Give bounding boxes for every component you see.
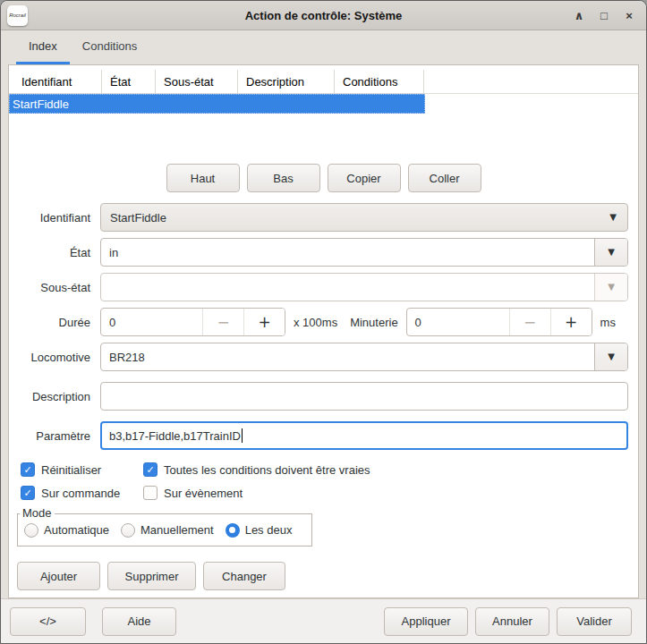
sous-etat-row: Sous-état ▼ <box>9 273 638 301</box>
window-title: Action de contrôle: Système <box>1 9 646 22</box>
etat-row: État in ▼ <box>9 238 638 267</box>
maximize-icon[interactable]: □ <box>593 4 615 26</box>
toutes-conditions-checkbox[interactable]: ✓ Toutes les conditions doivent être vra… <box>143 462 370 477</box>
duree-unit-label: x 100ms <box>294 316 337 329</box>
table-row[interactable]: StartFiddle <box>9 94 425 114</box>
apply-button[interactable]: Appliquer <box>384 607 468 636</box>
etat-input[interactable]: in <box>101 239 594 266</box>
parametre-value: b3,b17-Fiddle,b17TrainID <box>109 429 241 443</box>
identifiant-combobox[interactable]: StartFiddle ▼ <box>100 203 628 232</box>
locomotive-input[interactable]: BR218 <box>101 343 594 370</box>
parametre-row: Paramètre b3,b17-Fiddle,b17TrainID <box>9 421 638 450</box>
etat-dropdown-button[interactable]: ▼ <box>594 239 627 266</box>
minuterie-input[interactable]: 0 <box>407 309 509 335</box>
radio-off-icon[interactable] <box>24 523 38 538</box>
copy-button[interactable]: Copier <box>328 164 401 192</box>
column-header-sous-etat[interactable]: Sous-état <box>156 70 238 93</box>
plus-icon[interactable]: + <box>550 309 592 335</box>
titlebar[interactable]: Rocrail Action de contrôle: Système ∧ □ … <box>1 1 646 30</box>
sous-etat-dropdown-button[interactable]: ▼ <box>594 274 627 301</box>
radio-manuellement-label: Manuellement <box>140 523 214 537</box>
record-buttons: Ajouter Supprimer Changer <box>17 562 638 590</box>
checkbox-unchecked-icon[interactable] <box>143 486 157 500</box>
logo-text: Rocrail <box>9 13 26 18</box>
radio-automatique[interactable]: Automatique <box>24 523 109 538</box>
change-button[interactable]: Changer <box>203 562 285 590</box>
delete-button[interactable]: Supprimer <box>107 562 196 590</box>
mode-legend: Mode <box>20 506 55 520</box>
tab-index[interactable]: Index <box>16 30 70 64</box>
window-controls: ∧ □ × <box>568 4 640 26</box>
column-header-identifiant[interactable]: Identifiant <box>9 70 102 93</box>
sur-evenement-checkbox[interactable]: Sur évènement <box>143 486 243 500</box>
action-form: Identifiant StartFiddle ▼ État in <box>9 203 638 450</box>
sous-etat-label: Sous-état <box>9 281 100 294</box>
etat-combobox[interactable]: in ▼ <box>100 238 628 267</box>
minimize-icon[interactable]: ∧ <box>568 4 590 26</box>
sur-commande-label: Sur commande <box>41 487 120 500</box>
add-button[interactable]: Ajouter <box>17 562 100 590</box>
checkbox-checked-icon[interactable]: ✓ <box>21 486 35 500</box>
sur-commande-checkbox[interactable]: ✓ Sur commande <box>21 486 143 500</box>
description-label: Description <box>9 390 100 403</box>
chevron-down-icon: ▼ <box>608 248 615 257</box>
checkbox-checked-icon[interactable]: ✓ <box>21 462 35 477</box>
paste-button[interactable]: Coller <box>408 164 481 192</box>
reinitialiser-checkbox[interactable]: ✓ Réinitialiser <box>21 462 143 477</box>
parametre-label: Paramètre <box>9 429 100 443</box>
description-input[interactable] <box>100 382 628 411</box>
duree-spinner[interactable]: 0 − + <box>100 308 285 336</box>
radio-manuellement[interactable]: Manuellement <box>121 523 214 538</box>
sous-etat-input[interactable] <box>101 274 594 301</box>
sur-evenement-label: Sur évènement <box>164 487 243 500</box>
plus-icon[interactable]: + <box>243 309 285 335</box>
sous-etat-combobox[interactable]: ▼ <box>100 273 628 301</box>
duree-row: Durée 0 − + x 100ms Minuterie 0 <box>9 308 638 336</box>
dialog-footer: </> Aide Appliquer Annuler Valider <box>1 598 646 643</box>
locomotive-row: Locomotive BR218 ▼ <box>9 343 638 371</box>
minus-icon[interactable]: − <box>509 309 550 335</box>
chevron-down-icon: ▼ <box>609 213 617 222</box>
description-row: Description <box>9 382 638 411</box>
actions-table: Identifiant État Sous-état Description C… <box>9 70 638 114</box>
chevron-down-icon: ▼ <box>608 352 615 361</box>
tab-index-label: Index <box>29 39 57 53</box>
minus-icon[interactable]: − <box>202 309 243 335</box>
option-checkboxes: ✓ Réinitialiser ✓ Toutes les conditions … <box>21 462 638 500</box>
locomotive-combobox[interactable]: BR218 ▼ <box>100 343 628 371</box>
cancel-button[interactable]: Annuler <box>475 607 549 636</box>
minuterie-spinner[interactable]: 0 − + <box>406 308 592 336</box>
column-header-conditions[interactable]: Conditions <box>335 70 424 93</box>
minuterie-value: 0 <box>415 316 421 329</box>
close-icon[interactable]: × <box>618 4 640 26</box>
up-button[interactable]: Haut <box>166 164 240 192</box>
tab-conditions-label: Conditions <box>82 39 137 53</box>
rocrail-logo-icon: Rocrail <box>7 5 28 26</box>
checkbox-checked-icon[interactable]: ✓ <box>143 462 157 477</box>
ok-button[interactable]: Valider <box>557 607 632 636</box>
radio-automatique-label: Automatique <box>44 523 109 537</box>
column-header-etat[interactable]: État <box>102 70 156 93</box>
table-header: Identifiant État Sous-état Description C… <box>9 70 638 94</box>
parametre-input[interactable]: b3,b17-Fiddle,b17TrainID <box>100 421 628 450</box>
tab-conditions[interactable]: Conditions <box>70 30 149 64</box>
duree-value: 0 <box>109 316 115 329</box>
radio-off-icon[interactable] <box>121 523 135 538</box>
code-button[interactable]: </> <box>10 607 86 636</box>
duree-label: Durée <box>9 316 100 329</box>
text-caret <box>242 428 243 443</box>
index-tab-page: Identifiant État Sous-état Description C… <box>8 64 639 598</box>
row-identifiant-value: StartFiddle <box>13 97 69 111</box>
dialog-window: Rocrail Action de contrôle: Système ∧ □ … <box>0 0 647 644</box>
help-button[interactable]: Aide <box>102 607 176 636</box>
radio-les-deux[interactable]: Les deux <box>226 523 293 538</box>
radio-on-icon[interactable] <box>226 523 240 538</box>
identifiant-row: Identifiant StartFiddle ▼ <box>9 203 638 232</box>
locomotive-value: BR218 <box>109 351 145 364</box>
reinitialiser-label: Réinitialiser <box>41 463 101 477</box>
column-header-description[interactable]: Description <box>238 70 335 93</box>
down-button[interactable]: Bas <box>247 164 320 192</box>
minuterie-label: Minuterie <box>350 316 397 329</box>
locomotive-dropdown-button[interactable]: ▼ <box>594 343 627 370</box>
duree-input[interactable]: 0 <box>101 309 202 335</box>
